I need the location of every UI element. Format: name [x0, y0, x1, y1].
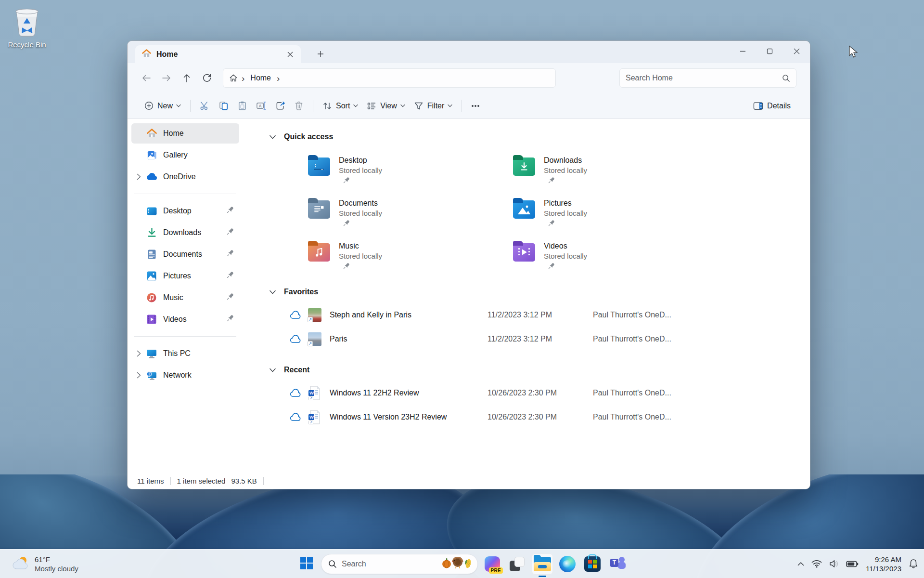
documents-folder-icon [308, 200, 330, 219]
sidebar-item-gallery[interactable]: Gallery [131, 145, 239, 165]
view-button[interactable]: View [362, 97, 409, 115]
minimize-button[interactable] [729, 41, 756, 61]
sidebar-item-downloads[interactable]: Downloads [131, 223, 239, 243]
delete-button[interactable] [290, 97, 308, 115]
file-name: Steph and Kelly in Paris [330, 311, 488, 319]
sidebar-item-videos[interactable]: Videos [131, 309, 239, 329]
wifi-icon[interactable] [811, 560, 822, 568]
sidebar-label: Desktop [163, 207, 227, 215]
notification-bell-icon[interactable] [909, 559, 918, 569]
explorer-search-input[interactable] [626, 74, 782, 82]
tile-name: Documents [339, 198, 382, 208]
paste-button[interactable] [233, 97, 252, 115]
file-location: Paul Thurrott's OneD... [593, 311, 671, 319]
file-row[interactable]: ↗ Steph and Kelly in Paris 11/2/2023 3:1… [243, 303, 810, 327]
file-explorer-button[interactable] [532, 553, 553, 575]
tile-videos[interactable]: Videos Stored locally [513, 241, 718, 271]
tile-downloads[interactable]: Downloads Stored locally [513, 156, 718, 185]
home-icon [142, 49, 151, 60]
section-label: Favorites [284, 288, 318, 296]
documents-icon [146, 250, 157, 259]
sidebar-label: Music [163, 293, 227, 302]
breadcrumb-segment-home[interactable]: Home [248, 74, 273, 82]
edge-button[interactable] [557, 553, 578, 575]
details-button[interactable]: Details [749, 97, 798, 115]
file-row[interactable]: W↗ Windows 11 22H2 Review 10/26/2023 2:3… [243, 381, 810, 405]
copy-button[interactable] [214, 97, 233, 115]
share-button[interactable] [271, 97, 290, 115]
sidebar-item-network[interactable]: Network [131, 365, 239, 385]
breadcrumb-chevron-icon[interactable]: › [273, 74, 283, 83]
tab-home[interactable]: Home [135, 45, 301, 63]
downloads-icon [146, 228, 157, 237]
sidebar-item-this-pc[interactable]: This PC [131, 343, 239, 364]
search-icon [328, 560, 337, 568]
chevron-right-icon[interactable] [131, 350, 146, 357]
search-icon[interactable] [782, 74, 790, 82]
overlapping-squares-app-button[interactable] [507, 553, 528, 575]
refresh-button[interactable] [198, 69, 216, 87]
microsoft-store-icon [584, 556, 601, 572]
up-button[interactable] [178, 69, 196, 87]
section-recent-header[interactable]: Recent [243, 362, 810, 378]
battery-icon[interactable] [846, 561, 859, 567]
word-document-icon: W↗ [308, 410, 321, 424]
tile-subtitle: Stored locally [339, 251, 382, 261]
microsoft-store-button[interactable] [582, 553, 603, 575]
filter-button[interactable]: Filter [410, 97, 457, 115]
pumpkin-icon [442, 558, 451, 570]
new-tab-button[interactable] [312, 46, 329, 62]
recycle-bin[interactable]: Recycle Bin [6, 6, 48, 49]
copilot-button[interactable]: PRE [482, 553, 503, 575]
maximize-button[interactable] [756, 41, 783, 61]
sidebar-label: Documents [163, 250, 227, 259]
rename-button[interactable]: A [252, 97, 271, 115]
file-date: 11/2/2023 3:12 PM [488, 311, 593, 319]
new-button[interactable]: New [140, 97, 185, 115]
home-outline-icon[interactable] [229, 74, 238, 82]
quick-access-grid: Desktop Stored locally Downloads Stored … [308, 156, 810, 271]
tile-desktop[interactable]: Desktop Stored locally [308, 156, 513, 185]
tab-close-icon[interactable] [283, 48, 297, 61]
pin-icon [227, 315, 233, 324]
tile-documents[interactable]: Documents Stored locally [308, 198, 513, 228]
sidebar-item-music[interactable]: Music [131, 288, 239, 308]
chevron-down-icon[interactable] [270, 290, 276, 294]
teams-button[interactable]: T [607, 553, 628, 575]
desktop-icon [146, 207, 157, 215]
start-button[interactable] [296, 553, 317, 575]
file-row[interactable]: W↗ Windows 11 Version 23H2 Review 10/26/… [243, 405, 810, 429]
pin-icon [227, 293, 233, 302]
sidebar-item-desktop[interactable]: Desktop [131, 201, 239, 221]
chevron-right-icon[interactable] [131, 173, 146, 180]
pin-icon [227, 207, 233, 215]
chevron-down-icon[interactable] [270, 135, 276, 139]
sidebar-item-home[interactable]: Home [131, 123, 239, 144]
forward-button[interactable] [157, 69, 176, 87]
clock[interactable]: 9:26 AM 11/13/2023 [866, 555, 901, 573]
back-button[interactable] [137, 69, 155, 87]
chevron-down-icon[interactable] [270, 368, 276, 372]
sidebar-item-documents[interactable]: Documents [131, 244, 239, 264]
taskbar-search[interactable] [321, 554, 478, 574]
sidebar-item-pictures[interactable]: Pictures [131, 266, 239, 286]
section-quick-access-header[interactable]: Quick access [243, 129, 810, 145]
tray-chevron-up-icon[interactable] [797, 562, 804, 566]
sidebar-item-onedrive[interactable]: OneDrive [131, 167, 239, 187]
tile-pictures[interactable]: Pictures Stored locally [513, 198, 718, 228]
close-button[interactable] [783, 41, 810, 61]
chevron-right-icon[interactable] [131, 372, 146, 379]
photo-thumbnail: ↗ [308, 332, 321, 346]
tile-music[interactable]: Music Stored locally [308, 241, 513, 271]
file-location: Paul Thurrott's OneD... [593, 335, 671, 343]
sort-label: Sort [336, 102, 350, 110]
cut-button[interactable] [195, 97, 214, 115]
volume-icon[interactable] [829, 560, 839, 568]
section-favorites-header[interactable]: Favorites [243, 284, 810, 300]
svg-text:A: A [259, 104, 262, 108]
sort-button[interactable]: Sort [318, 97, 362, 115]
taskbar-search-input[interactable] [342, 560, 442, 568]
weather-widget[interactable]: 61°F Mostly cloudy [8, 550, 83, 578]
more-options-button[interactable] [467, 97, 484, 115]
file-row[interactable]: ↗ Paris 11/2/2023 3:12 PM Paul Thurrott'… [243, 327, 810, 351]
